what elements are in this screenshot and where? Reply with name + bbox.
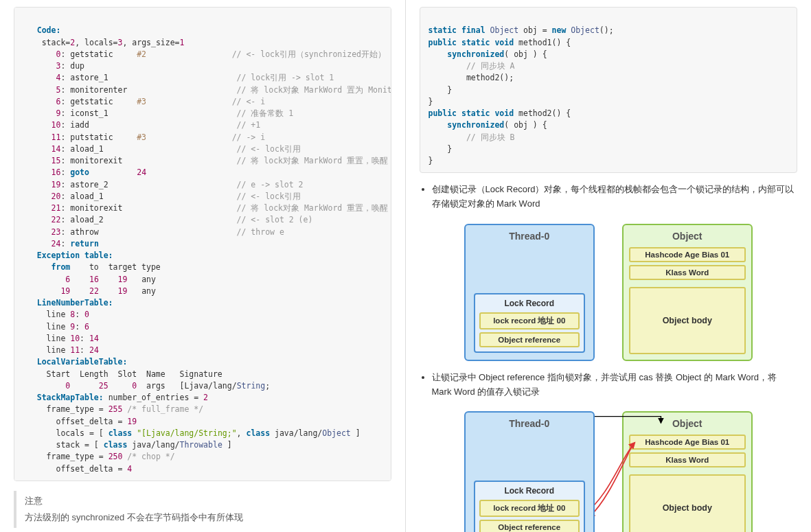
lock-record-2: Lock Record lock record 地址 00 Object ref… xyxy=(474,481,585,532)
bullet-list-1: 创建锁记录（Lock Record）对象，每个线程都的栈帧都会包含一个锁记录的结… xyxy=(420,183,798,211)
lock-record-slot-1: lock record 地址 00 xyxy=(479,312,580,329)
object-klass: Klass Word xyxy=(629,265,746,280)
note-title: 注意 xyxy=(25,495,383,507)
object-body-2: Object body xyxy=(629,474,746,532)
thread-box-2: Thread-0 Lock Record lock record 地址 00 O… xyxy=(464,411,595,532)
lock-record-title-2: Lock Record xyxy=(504,486,554,496)
object-box-2: Object Hashcode Age Bias 01 Klass Word O… xyxy=(622,411,753,532)
object-klass-2: Klass Word xyxy=(629,452,746,467)
thread-box: Thread-0 Lock Record lock record 地址 00 O… xyxy=(464,224,595,361)
bullet-2: 让锁记录中 Object reference 指向锁对象，并尝试用 cas 替换… xyxy=(432,371,798,400)
java-code-block: static final Object obj = new Object(); … xyxy=(420,7,798,173)
note-block: 注意 方法级别的 synchronized 不会在字节码指令中有所体现 xyxy=(14,491,391,528)
thread-title: Thread-0 xyxy=(509,231,549,242)
right-column: static final Object obj = new Object(); … xyxy=(406,0,812,532)
thread-title-2: Thread-0 xyxy=(509,418,549,429)
object-title-2: Object xyxy=(672,418,703,429)
lock-record-slot-2b: Object reference xyxy=(479,520,580,532)
lock-record-slot-2: Object reference xyxy=(479,332,580,347)
lock-record-slot-1b: lock record 地址 00 xyxy=(479,500,580,517)
diagram-1: Thread-0 Lock Record lock record 地址 00 O… xyxy=(420,224,798,361)
object-box: Object Hashcode Age Bias 01 Klass Word O… xyxy=(622,224,753,361)
lock-record-title: Lock Record xyxy=(504,299,554,308)
note-body: 方法级别的 synchronized 不会在字节码指令中有所体现 xyxy=(25,511,383,524)
lock-record: Lock Record lock record 地址 00 Object ref… xyxy=(474,293,585,353)
diagram-2: Thread-0 Lock Record lock record 地址 00 O… xyxy=(420,411,798,532)
bullet-1: 创建锁记录（Lock Record）对象，每个线程都的栈帧都会包含一个锁记录的结… xyxy=(432,183,798,211)
bullet-list-2: 让锁记录中 Object reference 指向锁对象，并尝试用 cas 替换… xyxy=(420,371,798,400)
bytecode-block: Code: stack=2, locals=3, args_size=1 0: … xyxy=(14,7,391,481)
object-title: Object xyxy=(672,231,703,242)
object-hashcode-2: Hashcode Age Bias 01 xyxy=(629,435,746,450)
object-hashcode: Hashcode Age Bias 01 xyxy=(629,247,746,262)
left-column: Code: stack=2, locals=3, args_size=1 0: … xyxy=(0,0,406,532)
object-body: Object body xyxy=(629,287,746,354)
